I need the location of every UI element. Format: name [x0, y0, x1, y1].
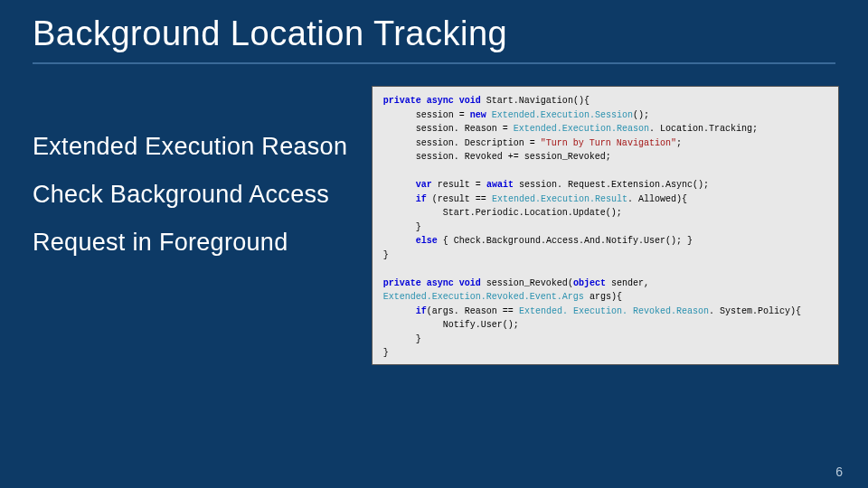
- bullet-extended-execution-reason: Extended Execution Reason: [33, 133, 350, 161]
- code-sample: private async void Start.Navigation(){ s…: [372, 86, 839, 365]
- code-token: new: [470, 110, 486, 120]
- code-token: [383, 180, 416, 190]
- slide-content: Extended Execution Reason Check Backgrou…: [0, 64, 868, 365]
- bullet-list: Extended Execution Reason Check Backgrou…: [33, 86, 350, 365]
- code-token: session. Description =: [383, 138, 541, 148]
- code-token: Extended.Execution.Result: [492, 194, 627, 204]
- code-token: (result ==: [427, 194, 492, 204]
- code-token: object: [573, 278, 606, 288]
- code-token: Extended. Execution. Revoked.Reason: [519, 306, 709, 316]
- code-token: ;: [676, 138, 682, 148]
- code-token: await: [486, 180, 514, 190]
- code-token: session. Request.Extension.Async();: [514, 180, 709, 190]
- bullet-check-background-access: Check Background Access: [33, 181, 350, 209]
- code-token: Extended.Execution.Reason: [514, 124, 649, 134]
- code-token: ();: [633, 110, 649, 120]
- code-token: session =: [383, 110, 470, 120]
- code-token: Extended.Execution.Revoked.Event.Args: [383, 292, 584, 302]
- code-token: }: [383, 222, 421, 232]
- code-token: Notify.User();: [383, 320, 519, 330]
- code-token: else: [416, 236, 438, 246]
- code-token: . System.Policy){: [709, 306, 801, 316]
- code-token: session_Revoked(: [481, 278, 573, 288]
- code-token: }: [383, 250, 389, 260]
- code-token: (args. Reason ==: [427, 306, 519, 316]
- code-token: sender,: [606, 278, 649, 288]
- code-token: Extended.Execution.Session: [486, 110, 633, 120]
- code-token: { Check.Background.Access.And.Notify.Use…: [438, 236, 693, 246]
- code-token: [383, 194, 416, 204]
- code-token: Start.Navigation(){: [481, 96, 590, 106]
- code-token: Start.Periodic.Location.Update();: [383, 208, 622, 218]
- slide-title: Background Location Tracking: [0, 0, 868, 53]
- code-token: if: [416, 194, 427, 204]
- code-token: if: [416, 306, 427, 316]
- code-token: . Location.Tracking;: [649, 124, 758, 134]
- code-token: }: [383, 334, 421, 344]
- code-token: session. Revoked += session_Revoked;: [383, 152, 611, 162]
- code-token: private async void: [383, 278, 481, 288]
- code-token: var: [416, 180, 432, 190]
- code-token: "Turn by Turn Navigation": [541, 138, 676, 148]
- code-token: }: [383, 348, 389, 358]
- code-token: . Allowed){: [627, 194, 687, 204]
- code-token: private async void: [383, 96, 481, 106]
- code-token: [383, 306, 416, 316]
- code-token: result =: [432, 180, 486, 190]
- code-token: args){: [584, 292, 622, 302]
- slide-number: 6: [835, 465, 843, 479]
- code-token: [383, 236, 416, 246]
- code-token: session. Reason =: [383, 124, 514, 134]
- bullet-request-in-foreground: Request in Foreground: [33, 229, 350, 257]
